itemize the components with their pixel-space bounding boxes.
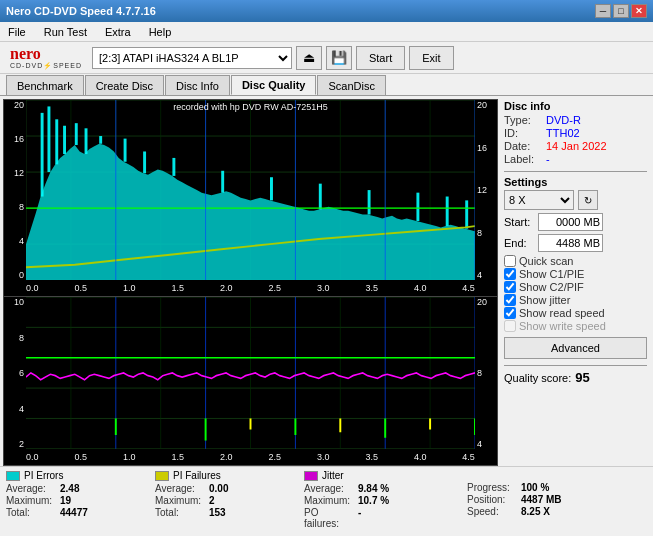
menu-file[interactable]: File bbox=[4, 24, 30, 40]
svg-marker-25 bbox=[124, 139, 127, 162]
speed-label: Speed: bbox=[467, 506, 517, 517]
main-content: recorded with hp DVD RW AD-7251H5 20 16 … bbox=[0, 96, 653, 466]
end-input[interactable] bbox=[538, 234, 603, 252]
quick-scan-checkbox[interactable] bbox=[504, 255, 516, 267]
save-button[interactable]: 💾 bbox=[326, 46, 352, 70]
close-button[interactable]: ✕ bbox=[631, 4, 647, 18]
position-row: Position: 4487 MB bbox=[467, 494, 587, 505]
position-value: 4487 MB bbox=[521, 494, 562, 505]
progress-label: Progress: bbox=[467, 482, 517, 493]
app-logo: nero CD-DVD⚡SPEED bbox=[4, 46, 88, 69]
pi-failures-color bbox=[155, 471, 169, 481]
tab-scandisc[interactable]: ScanDisc bbox=[317, 75, 385, 95]
y-axis-right-bottom: 20 8 4 bbox=[475, 297, 497, 449]
quality-score-row: Quality score: 95 bbox=[504, 370, 647, 385]
disc-info-section: Disc info Type: DVD-R ID: TTH02 Date: 14… bbox=[504, 100, 647, 165]
show-read-speed-label: Show read speed bbox=[519, 307, 605, 319]
date-value: 14 Jan 2022 bbox=[546, 140, 607, 152]
title-bar: Nero CD-DVD Speed 4.7.7.16 ─ □ ✕ bbox=[0, 0, 653, 22]
refresh-button[interactable]: ↻ bbox=[578, 190, 598, 210]
menu-help[interactable]: Help bbox=[145, 24, 176, 40]
chart-title: recorded with hp DVD RW AD-7251H5 bbox=[173, 102, 327, 112]
show-read-speed-checkbox[interactable] bbox=[504, 307, 516, 319]
show-write-speed-checkbox[interactable] bbox=[504, 320, 516, 332]
tab-benchmark[interactable]: Benchmark bbox=[6, 75, 84, 95]
maximize-button[interactable]: □ bbox=[613, 4, 629, 18]
eject-button[interactable]: ⏏ bbox=[296, 46, 322, 70]
x-axis-top: 0.0 0.5 1.0 1.5 2.0 2.5 3.0 3.5 4.0 4.5 bbox=[26, 280, 475, 296]
menu-run-test[interactable]: Run Test bbox=[40, 24, 91, 40]
pi-failures-title: PI Failures bbox=[173, 470, 221, 481]
show-jitter-label: Show jitter bbox=[519, 294, 570, 306]
pi-failures-group: PI Failures Average: 0.00 Maximum: 2 Tot… bbox=[155, 470, 300, 518]
pi-errors-total-value: 44477 bbox=[60, 507, 88, 518]
tab-disc-quality[interactable]: Disc Quality bbox=[231, 75, 317, 95]
disc-type-row: Type: DVD-R bbox=[504, 114, 647, 126]
disc-date-row: Date: 14 Jan 2022 bbox=[504, 140, 647, 152]
toolbar: nero CD-DVD⚡SPEED [2:3] ATAPI iHAS324 A … bbox=[0, 42, 653, 74]
drive-selector[interactable]: [2:3] ATAPI iHAS324 A BL1P bbox=[92, 47, 292, 69]
speed-selector[interactable]: 8 X bbox=[504, 190, 574, 210]
app-title: Nero CD-DVD Speed 4.7.7.16 bbox=[6, 5, 156, 17]
disc-info-title: Disc info bbox=[504, 100, 647, 112]
start-button[interactable]: Start bbox=[356, 46, 405, 70]
show-write-speed-label: Show write speed bbox=[519, 320, 606, 332]
window-controls: ─ □ ✕ bbox=[595, 4, 647, 18]
pi-failures-avg-value: 0.00 bbox=[209, 483, 228, 494]
pi-failures-avg-row: Average: 0.00 bbox=[155, 483, 300, 494]
jitter-color bbox=[304, 471, 318, 481]
pi-errors-avg-value: 2.48 bbox=[60, 483, 79, 494]
settings-section: Settings 8 X ↻ Start: End: Quick scan bbox=[504, 176, 647, 359]
jitter-max-value: 10.7 % bbox=[358, 495, 389, 506]
show-jitter-row: Show jitter bbox=[504, 294, 647, 306]
show-c2-checkbox[interactable] bbox=[504, 281, 516, 293]
top-chart-canvas bbox=[26, 100, 475, 280]
tab-create-disc[interactable]: Create Disc bbox=[85, 75, 164, 95]
advanced-button[interactable]: Advanced bbox=[504, 337, 647, 359]
start-row: Start: bbox=[504, 213, 647, 231]
jitter-max-label: Maximum: bbox=[304, 495, 354, 506]
start-input[interactable] bbox=[538, 213, 603, 231]
jitter-avg-value: 9.84 % bbox=[358, 483, 389, 494]
show-c1-checkbox[interactable] bbox=[504, 268, 516, 280]
show-jitter-checkbox[interactable] bbox=[504, 294, 516, 306]
minimize-button[interactable]: ─ bbox=[595, 4, 611, 18]
svg-marker-21 bbox=[63, 126, 66, 154]
svg-marker-20 bbox=[55, 119, 58, 164]
progress-group: Progress: 100 % Position: 4487 MB Speed:… bbox=[467, 470, 587, 517]
progress-value: 100 % bbox=[521, 482, 549, 493]
quality-value: 95 bbox=[575, 370, 589, 385]
show-read-speed-row: Show read speed bbox=[504, 307, 647, 319]
progress-row: Progress: 100 % bbox=[467, 482, 587, 493]
svg-marker-22 bbox=[75, 123, 78, 145]
jitter-avg-label: Average: bbox=[304, 483, 354, 494]
show-write-speed-row: Show write speed bbox=[504, 320, 647, 332]
svg-marker-24 bbox=[99, 136, 102, 144]
svg-marker-19 bbox=[47, 106, 50, 172]
pi-errors-max-label: Maximum: bbox=[6, 495, 56, 506]
pi-errors-max-row: Maximum: 19 bbox=[6, 495, 151, 506]
svg-marker-27 bbox=[172, 158, 175, 176]
y-axis-left-bottom: 10 8 6 4 2 bbox=[4, 297, 26, 449]
svg-marker-18 bbox=[41, 113, 44, 197]
svg-marker-30 bbox=[319, 184, 322, 210]
show-c2-label: Show C2/PIF bbox=[519, 281, 584, 293]
svg-marker-29 bbox=[270, 177, 273, 200]
label-value: - bbox=[546, 153, 550, 165]
quick-scan-row: Quick scan bbox=[504, 255, 647, 267]
logo-text: nero bbox=[10, 46, 41, 62]
pi-failures-max-label: Maximum: bbox=[155, 495, 205, 506]
menu-extra[interactable]: Extra bbox=[101, 24, 135, 40]
type-label: Type: bbox=[504, 114, 542, 126]
pi-errors-group: PI Errors Average: 2.48 Maximum: 19 Tota… bbox=[6, 470, 151, 518]
jitter-group: Jitter Average: 9.84 % Maximum: 10.7 % P… bbox=[304, 470, 459, 529]
jitter-header: Jitter bbox=[304, 470, 459, 481]
bottom-chart-canvas bbox=[26, 297, 475, 449]
y-axis-left-top: 20 16 12 8 4 0 bbox=[4, 100, 26, 280]
svg-marker-33 bbox=[446, 197, 449, 227]
exit-button[interactable]: Exit bbox=[409, 46, 453, 70]
pi-errors-avg-label: Average: bbox=[6, 483, 56, 494]
tab-bar: Benchmark Create Disc Disc Info Disc Qua… bbox=[0, 74, 653, 96]
show-c2-row: Show C2/PIF bbox=[504, 281, 647, 293]
tab-disc-info[interactable]: Disc Info bbox=[165, 75, 230, 95]
